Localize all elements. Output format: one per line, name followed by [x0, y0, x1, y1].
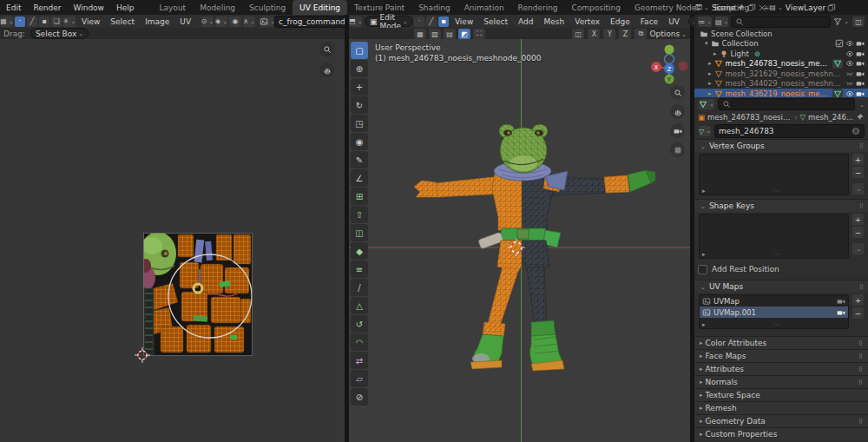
tool-shear[interactable]: ▱: [351, 370, 368, 387]
uv-map-row-uvmap001[interactable]: UVMap.001: [700, 307, 848, 318]
mode-dropdown[interactable]: ▣Edit Mode: [365, 16, 413, 27]
panel-face-maps[interactable]: Face Maps: [694, 349, 868, 362]
uv-menu-uv[interactable]: UV: [174, 17, 196, 26]
outliner-filter-icon[interactable]: [833, 16, 849, 27]
panel-geometry-data[interactable]: Geometry Data: [694, 414, 868, 427]
overlay-toggle-5[interactable]: ⛶: [473, 29, 485, 39]
uv-active-tool-dropdown[interactable]: Select Box: [30, 28, 89, 39]
tab-layout[interactable]: Layout: [153, 0, 194, 15]
outliner-row-mesh-0002[interactable]: mesh_344029_noesis_meshnode_0002: [694, 79, 868, 89]
properties-options-chevron[interactable]: [858, 100, 865, 109]
panel-uv-maps-header[interactable]: UV Maps: [694, 280, 868, 293]
menu-window[interactable]: Window: [67, 0, 110, 15]
panel-vertex-groups-header[interactable]: Vertex Groups: [694, 139, 868, 152]
scene-pin-icon[interactable]: [737, 3, 746, 12]
uvmap001-render-camera-icon[interactable]: [837, 308, 845, 317]
outliner-row-scene-collection[interactable]: Scene Collection: [694, 29, 868, 39]
viewlayer-copy-icon[interactable]: [827, 3, 836, 12]
tab-animation[interactable]: Animation: [457, 0, 511, 15]
tool-cursor[interactable]: ⊕: [351, 60, 368, 77]
vp-menu-vertex[interactable]: Vertex: [569, 17, 605, 26]
vertex-group-remove-button[interactable]: −: [852, 167, 864, 178]
uv-map-row-uvmap[interactable]: UVMap: [700, 295, 848, 307]
mirror-x-button[interactable]: X: [588, 29, 600, 39]
tab-shading[interactable]: Shading: [411, 0, 457, 15]
viewlayer-name[interactable]: ViewLayer: [786, 3, 825, 12]
tool-extrude-region[interactable]: ⇧: [351, 206, 368, 223]
tool-edge-slide[interactable]: ⇄: [351, 352, 368, 369]
tool-annotate[interactable]: ✎: [351, 151, 368, 168]
options-dropdown[interactable]: Options: [649, 30, 687, 38]
tool-transform[interactable]: ◉: [351, 133, 368, 150]
uv-maps-menu-icon[interactable]: [859, 282, 864, 291]
vp-pan-icon[interactable]: [670, 104, 685, 119]
panel-texture-space[interactable]: Texture Space: [694, 388, 868, 401]
tool-select-box[interactable]: ▢: [351, 42, 368, 59]
viewlayer-browse-icon[interactable]: ▤: [769, 3, 782, 13]
panel-attributes[interactable]: Attributes: [694, 362, 868, 375]
panel-normals[interactable]: Normals: [694, 375, 868, 388]
uv-snap-button[interactable]: ◈: [215, 16, 227, 27]
snap-options-icon[interactable]: ⧉: [635, 29, 647, 39]
uv-select-mode-face[interactable]: ▪: [39, 16, 49, 27]
vp-menu-add[interactable]: Add: [513, 17, 538, 26]
collection-checkbox-icon[interactable]: [835, 39, 844, 48]
tool-spin[interactable]: ↺: [351, 315, 368, 333]
vertex-groups-menu-icon[interactable]: [859, 142, 864, 150]
outliner-row-collection[interactable]: Collection: [694, 39, 868, 49]
uv-editor-type-button[interactable]: ▦: [1, 16, 13, 27]
outliner-display-mode-button[interactable]: ≔: [698, 16, 712, 27]
vp-menu-view[interactable]: View: [450, 17, 478, 26]
vp-menu-select[interactable]: Select: [478, 17, 513, 26]
outliner-row-mesh-0000[interactable]: mesh_246783_noesis_meshnode_0000: [694, 59, 868, 69]
viewport-editor-type-button[interactable]: ⬒: [350, 16, 362, 27]
tool-inset-faces[interactable]: ◫: [351, 224, 368, 241]
mesh-0001-eye-closed-icon[interactable]: [845, 69, 854, 78]
panel-shape-keys-header[interactable]: Shape Keys: [694, 199, 868, 212]
tool-bevel[interactable]: ◆: [351, 242, 368, 260]
tab-rendering[interactable]: Rendering: [511, 0, 565, 15]
shape-keys-list[interactable]: ⋯: [699, 214, 849, 259]
uv-select-mode-island[interactable]: ❏: [51, 16, 62, 27]
overlay-toggle-3[interactable]: ▤: [444, 29, 456, 39]
breadcrumb-object[interactable]: mesh_246783_noesis_meshnode...: [707, 113, 792, 122]
browse-mesh-button[interactable]: ▽: [699, 126, 711, 136]
mesh-select-face[interactable]: ▪: [438, 16, 449, 27]
uv-falloff-button[interactable]: ∧: [243, 16, 255, 27]
uv-sticky-select-button[interactable]: ✳: [63, 16, 76, 27]
uv-map-add-button[interactable]: +: [852, 294, 864, 306]
panel-color-attributes[interactable]: Color Attributes: [694, 336, 868, 349]
pin-id-icon[interactable]: [856, 113, 865, 122]
vp-menu-edge[interactable]: Edge: [605, 17, 635, 26]
uv-menu-image[interactable]: Image: [140, 17, 174, 26]
mesh-0002-eye-closed-icon[interactable]: [845, 79, 854, 88]
overlay-toggle-1[interactable]: ▦: [414, 29, 426, 39]
shape-key-add-button[interactable]: +: [852, 214, 864, 225]
tool-add-cube[interactable]: ⊞: [351, 188, 368, 205]
uv-menu-select[interactable]: Select: [105, 17, 140, 26]
tool-knife[interactable]: /: [351, 279, 368, 296]
vertex-group-add-button[interactable]: +: [852, 154, 864, 165]
vertex-group-specials-button[interactable]: [852, 183, 864, 195]
tool-measure[interactable]: ∠: [351, 169, 368, 187]
tool-rotate[interactable]: ↻: [351, 96, 368, 114]
collection-camera-icon[interactable]: [856, 39, 865, 48]
mirror-y-button[interactable]: Y: [603, 29, 615, 39]
tab-uv-editing[interactable]: UV Editing: [293, 0, 347, 15]
tab-sculpting[interactable]: Sculpting: [242, 0, 293, 15]
uv-map-remove-button[interactable]: −: [852, 307, 864, 319]
tool-scale[interactable]: ◳: [351, 115, 368, 132]
mesh-0001-camera-icon[interactable]: [856, 69, 865, 78]
vertex-groups-list[interactable]: ⋯: [699, 154, 849, 195]
outliner-row-light[interactable]: Light ⊚: [694, 49, 868, 59]
uv-select-mode-edge[interactable]: ╱: [27, 16, 37, 27]
mesh-0002-camera-icon[interactable]: [856, 79, 865, 88]
shape-key-remove-button[interactable]: −: [852, 227, 864, 238]
tool-smooth[interactable]: ◠: [351, 333, 368, 351]
scene-name[interactable]: Scene: [712, 3, 735, 12]
uv-2d-cursor[interactable]: [135, 347, 150, 363]
menu-help[interactable]: Help: [110, 0, 141, 15]
uv-pan-icon[interactable]: [319, 63, 334, 77]
overlay-toggle-2[interactable]: ▧: [429, 29, 441, 39]
tool-loop-cut[interactable]: ≡: [351, 261, 368, 278]
